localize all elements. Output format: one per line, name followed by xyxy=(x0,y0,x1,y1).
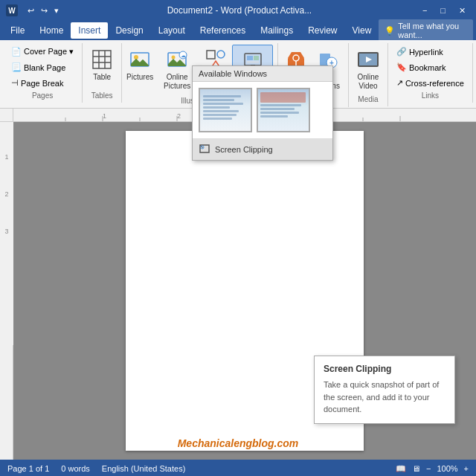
cover-page-icon: 📄 xyxy=(11,47,22,57)
table-icon xyxy=(90,48,114,71)
hyperlink-icon: 🔗 xyxy=(396,47,407,57)
lightbulb-icon: 💡 xyxy=(385,26,395,36)
cross-reference-button[interactable]: ↗ Cross-reference xyxy=(393,76,468,90)
watermark: Mechanicalengblog.com xyxy=(178,437,299,449)
read-mode-button[interactable]: 📖 xyxy=(396,464,406,474)
menu-review[interactable]: Review xyxy=(300,22,344,39)
pages-label: Pages xyxy=(7,90,77,100)
media-label: Media xyxy=(353,94,383,103)
customize-button[interactable]: ▾ xyxy=(52,4,61,17)
ribbon-group-pages: 📄 Cover Page ▾ 📃 Blank Page ⊣ Page Break… xyxy=(3,43,83,103)
ribbon-group-tables: Table Tables xyxy=(83,43,122,103)
online-pictures-icon: ☁ xyxy=(165,48,189,71)
title-bar: W ↩ ↪ ▾ Document2 - Word (Product Activa… xyxy=(0,0,476,21)
blank-page-icon: 📃 xyxy=(11,62,22,72)
page-break-icon: ⊣ xyxy=(11,78,19,88)
media-group-content: Online Video xyxy=(353,43,383,94)
cover-page-button[interactable]: 📄 Cover Page ▾ xyxy=(7,45,77,59)
window-title: Document2 - Word (Product Activa... xyxy=(61,5,418,16)
ribbon-group-links: 🔗 Hyperlink 🔖 Bookmark ↗ Cross-reference… xyxy=(388,43,473,103)
menu-insert[interactable]: Insert xyxy=(71,22,108,39)
tell-me-search[interactable]: 💡 Tell me what you want... xyxy=(379,19,473,42)
thumbnail-1[interactable] xyxy=(199,88,252,132)
menu-layout[interactable]: Layout xyxy=(151,22,193,39)
tooltip-title: Screen Clipping xyxy=(324,364,446,374)
screen-clipping-icon xyxy=(199,144,210,155)
maximize-button[interactable]: □ xyxy=(436,4,450,16)
zoom-level: 100% xyxy=(437,464,457,473)
svg-text:2: 2 xyxy=(4,190,8,198)
vertical-ruler: 1 2 3 xyxy=(0,122,13,460)
minimize-button[interactable]: − xyxy=(418,4,431,16)
links-buttons: 🔗 Hyperlink 🔖 Bookmark ↗ Cross-reference xyxy=(393,45,468,90)
word-count: 0 words xyxy=(61,464,90,473)
svg-text:3: 3 xyxy=(4,228,8,235)
svg-text:1: 1 xyxy=(103,112,106,120)
menu-mailings[interactable]: Mailings xyxy=(253,22,300,39)
tooltip-text: Take a quick snapshot of part of the scr… xyxy=(324,379,446,416)
zoom-out-button[interactable]: − xyxy=(426,464,431,473)
bookmark-button[interactable]: 🔖 Bookmark xyxy=(393,60,468,74)
bookmark-icon: 🔖 xyxy=(396,62,407,72)
menu-home[interactable]: Home xyxy=(32,22,71,39)
title-bar-left: W ↩ ↪ ▾ xyxy=(6,4,61,17)
ribbon-group-media: Online Video Media xyxy=(349,43,388,106)
status-bar: Page 1 of 1 0 words English (United Stat… xyxy=(0,460,476,476)
undo-button[interactable]: ↩ xyxy=(25,4,36,17)
screen-clipping-tooltip: Screen Clipping Take a quick snapshot of… xyxy=(314,356,455,424)
online-video-icon xyxy=(356,48,380,71)
tables-group-content: Table xyxy=(87,43,117,90)
thumbnail-area xyxy=(193,82,332,138)
ruler-corner xyxy=(0,109,13,122)
online-video-button[interactable]: Online Video xyxy=(353,45,383,94)
links-group-content: 🔗 Hyperlink 🔖 Bookmark ↗ Cross-reference xyxy=(393,43,468,90)
svg-rect-15 xyxy=(247,56,253,60)
pages-group-content: 📄 Cover Page ▾ 📃 Blank Page ⊣ Page Break xyxy=(7,43,77,90)
menu-file[interactable]: File xyxy=(3,22,32,39)
menu-bar: File Home Insert Design Layout Reference… xyxy=(0,21,476,40)
svg-rect-11 xyxy=(207,51,215,59)
screen-clipping-label: Screen Clipping xyxy=(215,145,273,154)
menu-view[interactable]: View xyxy=(345,22,379,39)
svg-text:☁: ☁ xyxy=(181,53,186,58)
redo-button[interactable]: ↪ xyxy=(39,4,50,17)
svg-point-8 xyxy=(172,56,176,60)
page-break-button[interactable]: ⊣ Page Break xyxy=(7,76,77,90)
pictures-button[interactable]: Pictures xyxy=(126,45,153,85)
svg-rect-16 xyxy=(254,56,259,60)
page-count: Page 1 of 1 xyxy=(7,464,49,473)
cross-reference-icon: ↗ xyxy=(396,78,403,88)
table-button[interactable]: Table xyxy=(87,45,117,85)
menu-references[interactable]: References xyxy=(193,22,253,39)
print-layout-button[interactable]: 🖥 xyxy=(412,464,420,473)
links-label: Links xyxy=(393,90,468,100)
thumbnail-2[interactable] xyxy=(257,88,310,132)
language: English (United States) xyxy=(102,464,186,473)
hyperlink-button[interactable]: 🔗 Hyperlink xyxy=(393,45,468,59)
pictures-icon xyxy=(128,48,152,71)
quick-access-toolbar: ↩ ↪ ▾ xyxy=(25,4,61,17)
svg-point-12 xyxy=(217,51,225,58)
word-icon: W xyxy=(6,4,18,16)
svg-text:1: 1 xyxy=(4,153,8,161)
dropdown-header: Available Windows xyxy=(193,66,332,82)
window-controls: − □ ✕ xyxy=(418,4,470,17)
svg-rect-0 xyxy=(93,51,111,68)
svg-text:2: 2 xyxy=(177,112,181,120)
ribbon-group-comments: Comment Comments xyxy=(473,43,476,103)
svg-rect-17 xyxy=(247,61,259,63)
zoom-in-button[interactable]: + xyxy=(464,464,469,473)
screen-clipping-option[interactable]: Screen Clipping xyxy=(193,138,332,160)
pages-buttons: 📄 Cover Page ▾ 📃 Blank Page ⊣ Page Break xyxy=(7,45,77,90)
screenshot-dropdown: Available Windows xyxy=(192,65,333,161)
blank-page-button[interactable]: 📃 Blank Page xyxy=(7,60,77,74)
menu-design[interactable]: Design xyxy=(108,22,150,39)
close-button[interactable]: ✕ xyxy=(454,4,470,17)
tables-label: Tables xyxy=(87,90,117,100)
status-right: 📖 🖥 − 100% + xyxy=(396,464,469,474)
